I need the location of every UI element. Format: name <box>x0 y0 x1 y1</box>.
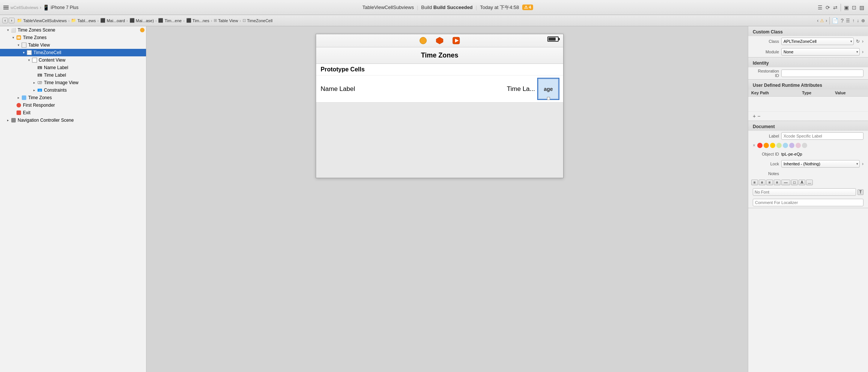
git-button[interactable]: ⟳ <box>825 4 831 11</box>
resize-handle[interactable] <box>547 97 550 100</box>
color-dot-orange[interactable] <box>764 143 769 148</box>
disclosure-timezones-scene[interactable] <box>5 27 11 33</box>
iphone-toolbar <box>316 34 563 47</box>
class-select[interactable]: APLTimeZoneCell <box>781 38 854 45</box>
show-utilities-button[interactable]: ▨ <box>859 4 865 11</box>
font-input[interactable] <box>753 188 856 196</box>
sidebar-item-constraints[interactable]: ⊡ Constraints <box>0 86 146 94</box>
font-t-icon[interactable]: T <box>857 189 863 195</box>
breadcrumb-item-5[interactable]: ⬛ Tim...nes <box>186 18 209 23</box>
namelabel-label: Name Label <box>44 65 68 70</box>
color-dot-teal[interactable] <box>783 143 788 148</box>
show-debug-button[interactable]: ⊡ <box>851 4 857 11</box>
exit-icon <box>16 110 22 116</box>
notes-btn-align-right[interactable]: ≡ <box>766 180 773 185</box>
module-select[interactable]: None <box>781 48 860 56</box>
notes-btn-align-justify[interactable]: ≡ <box>774 180 781 185</box>
color-dot-pink[interactable] <box>796 143 801 148</box>
attrs-plus-button[interactable]: + <box>753 113 756 119</box>
disclosure-contentview[interactable] <box>26 57 32 63</box>
table-cell-row[interactable]: Name Label Time La... age <box>316 76 563 103</box>
disclosure-tableview[interactable] <box>16 42 21 48</box>
disclosure-constraints[interactable] <box>32 88 37 93</box>
sidebar-item-timezones-scene[interactable]: ⬜ Time Zones Scene <box>0 26 146 34</box>
color-x-button[interactable]: × <box>753 143 755 148</box>
disclosure-navcontroller[interactable] <box>5 118 11 123</box>
disclosure-cell[interactable] <box>21 50 26 55</box>
sidebar-item-timezones-sub[interactable]: Time Zones <box>0 94 146 101</box>
bc-sep-6: › <box>240 18 241 23</box>
disclosure-timezones-sub[interactable] <box>16 95 21 100</box>
doc-label-input[interactable] <box>781 132 863 140</box>
col-type: Type <box>799 89 832 97</box>
attrs-minus-button[interactable]: − <box>757 113 760 119</box>
document-title: Document <box>748 121 868 131</box>
user-defined-title: User Defined Runtime Attributes <box>748 80 868 89</box>
restoration-id-input[interactable] <box>781 70 863 77</box>
sidebar-item-imageview[interactable]: Time Image View <box>0 79 146 86</box>
color-dot-gray[interactable] <box>802 143 807 148</box>
module-arrow-button[interactable]: › <box>862 49 863 54</box>
sidebar-item-cell[interactable]: TimeZoneCell <box>0 49 146 56</box>
comment-input[interactable] <box>753 199 863 206</box>
breadcrumb-back-button[interactable]: ‹ <box>2 18 8 23</box>
notes-btn-more[interactable]: ... <box>806 180 813 185</box>
sidebar-item-timelabel[interactable]: L Time Label <box>0 71 146 79</box>
sidebar-item-firstresponder[interactable]: First Responder <box>0 101 146 109</box>
inspector-button[interactable]: ☰ <box>845 17 851 24</box>
color-dot-blue[interactable] <box>789 143 794 148</box>
toolbar-icon-play[interactable] <box>452 36 461 45</box>
bc-right-nav[interactable]: › <box>825 17 828 24</box>
add-file-button[interactable]: 📄 <box>831 17 839 24</box>
breadcrumb-item-0[interactable]: 📁 TableViewCellSubviews <box>17 18 67 23</box>
notes-btn-align-left[interactable]: ≡ <box>751 180 758 185</box>
bc-left-nav[interactable]: ‹ <box>816 17 819 24</box>
hamburger-icon[interactable] <box>3 5 9 11</box>
disclosure-vc[interactable] <box>11 35 16 40</box>
notes-btn-align-center[interactable]: ≡ <box>759 180 766 185</box>
back-forward-button[interactable]: ⇄ <box>832 4 838 11</box>
show-navigator-button[interactable]: ▣ <box>843 4 850 11</box>
color-dot-green[interactable] <box>776 143 782 148</box>
right-panel: Custom Class Class APLTimeZoneCell ↻ › M… <box>748 26 868 372</box>
sidebar-item-tableview[interactable]: Table View <box>0 41 146 49</box>
battery-icon <box>547 36 559 42</box>
toolbar-icon-circle[interactable] <box>419 36 428 45</box>
breadcrumb-item-1[interactable]: 📁 Tabl...ews <box>71 18 96 23</box>
module-row: Module None › <box>748 47 868 57</box>
editor-standard-button[interactable]: ☰ <box>817 4 823 11</box>
lock-arrow-button[interactable]: › <box>862 161 863 166</box>
notes-btn-dash[interactable]: — <box>781 180 790 185</box>
object-lib-button[interactable]: ⊕ <box>860 17 866 24</box>
sidebar-item-contentview[interactable]: Content View <box>0 56 146 64</box>
notes-btn-box[interactable]: □ <box>791 180 798 185</box>
down-button[interactable]: ↓ <box>856 17 860 24</box>
notes-btn-text[interactable]: A <box>799 180 805 185</box>
breadcrumb-item-2[interactable]: ⬛ Mai...oard <box>100 18 125 23</box>
color-dot-yellow[interactable] <box>770 143 775 148</box>
bc-sep-1: › <box>97 18 99 23</box>
breadcrumb-item-6[interactable]: ⊞ Table View <box>214 18 238 23</box>
help-button[interactable]: ? <box>840 17 844 24</box>
breadcrumb-forward-button[interactable]: › <box>9 18 14 23</box>
toolbar-icon-cube[interactable] <box>435 36 444 45</box>
custom-class-title: Custom Class <box>748 26 868 36</box>
class-sync-button[interactable]: ↻ <box>856 39 860 44</box>
disclosure-imageview[interactable] <box>32 80 37 85</box>
sidebar-item-namelabel[interactable]: L Name Label <box>0 64 146 71</box>
class-arrow-button[interactable]: › <box>862 39 863 44</box>
timezones-sub-icon <box>21 95 27 101</box>
sidebar-item-navcontroller[interactable]: Navigation Controller Scene <box>0 116 146 124</box>
breadcrumb-item-7[interactable]: ⊡ TimeZoneCell <box>243 18 273 23</box>
lock-select[interactable]: Inherited - (Nothing) <box>781 160 860 168</box>
warning-badge[interactable]: ⚠ 4 <box>522 5 533 10</box>
image-view-canvas[interactable]: age <box>538 79 559 99</box>
color-dot-red[interactable] <box>757 143 763 148</box>
sidebar-item-exit[interactable]: Exit <box>0 109 146 116</box>
sidebar-item-timezones-vc[interactable]: Time Zones <box>0 34 146 41</box>
breadcrumb-item-4[interactable]: ⬛ Tim...ene <box>158 18 181 23</box>
up-button[interactable]: ↑ <box>851 17 855 24</box>
breadcrumb-label-4: Tim...ene <box>164 18 181 23</box>
svg-rect-18 <box>17 110 21 115</box>
breadcrumb-item-3[interactable]: ⬛ Mai...ase) <box>130 18 154 23</box>
